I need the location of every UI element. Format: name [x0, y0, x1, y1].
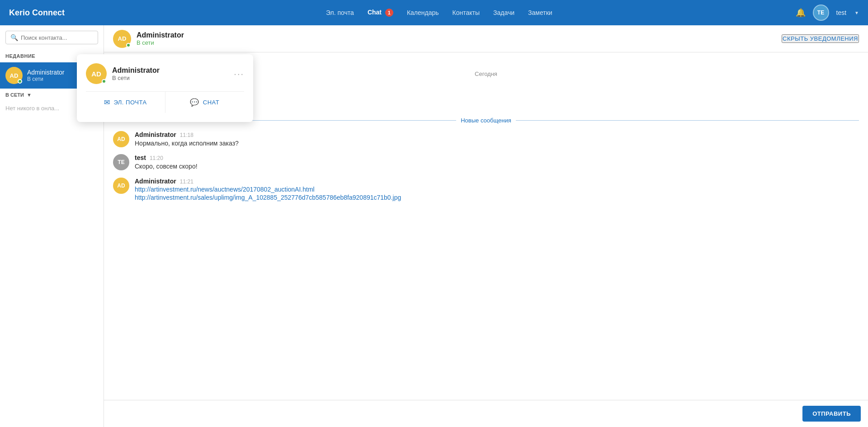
email-icon: ✉	[104, 98, 110, 107]
popup-user-info: AD Administrator В сети	[86, 63, 160, 84]
sender-name: test	[135, 154, 146, 161]
chat-icon: 💬	[190, 98, 199, 107]
message-avatar: AD	[113, 131, 129, 147]
chat-contact-avatar: AD	[113, 30, 131, 48]
nav-calendar[interactable]: Календарь	[407, 9, 439, 16]
search-input-wrapper[interactable]: 🔍	[5, 31, 98, 44]
popup-contact-name: Administrator	[112, 66, 160, 75]
message-time: 11:21	[180, 178, 193, 185]
user-avatar[interactable]: TE	[813, 5, 829, 21]
message-row: AD Administrator 11:18 Нормально, когда …	[113, 131, 859, 148]
message-time: 11:20	[150, 155, 163, 161]
message-content: Administrator 11:21 http://artinvestment…	[135, 178, 401, 202]
contact-status: В сети	[27, 76, 64, 82]
message-avatar: AD	[113, 178, 129, 194]
popup-chat-button[interactable]: 💬 СНАТ	[165, 92, 245, 113]
search-box: 🔍	[0, 25, 104, 50]
user-area: 🔔 TE test ▼	[796, 5, 859, 21]
contact-name: Administrator	[27, 69, 64, 76]
send-button[interactable]: ОТПРАВИТЬ	[802, 406, 861, 422]
nav-email[interactable]: Эл. почта	[326, 9, 354, 16]
chat-online-dot	[126, 43, 131, 47]
contact-popup: AD Administrator В сети ··· ✉ ЭЛ. ПОЧТА …	[77, 54, 253, 122]
chat-contact-name: Administrator	[137, 31, 184, 39]
chat-header: AD Administrator В сети СКРЫТЬ УВЕДОМЛЕН…	[104, 25, 868, 52]
bell-icon[interactable]: 🔔	[796, 8, 806, 18]
search-input[interactable]	[21, 34, 93, 41]
nav-contacts[interactable]: Контакты	[453, 9, 480, 16]
user-name[interactable]: test	[836, 9, 847, 16]
message-link-1[interactable]: http://artinvestment.ru/news/auctnews/20…	[135, 186, 401, 193]
message-content: test 11:20 Скоро, совсем скоро!	[135, 154, 198, 171]
popup-contact-status: В сети	[112, 75, 160, 81]
online-indicator	[18, 79, 22, 84]
nav-chat[interactable]: Chat 1	[368, 9, 393, 17]
sender-name: Administrator	[135, 178, 176, 185]
popup-header: AD Administrator В сети ···	[86, 63, 244, 84]
search-icon: 🔍	[10, 34, 18, 41]
hide-notifications-button[interactable]: СКРЫТЬ УВЕДОМЛЕНИЯ	[782, 34, 859, 43]
divider-line-right	[516, 120, 859, 121]
sender-name: Administrator	[135, 131, 176, 138]
popup-email-button[interactable]: ✉ ЭЛ. ПОЧТА	[86, 92, 165, 113]
nav-links: Эл. почта Chat 1 Календарь Контакты Зада…	[83, 9, 796, 17]
contact-avatar: AD	[5, 67, 23, 84]
popup-online-dot	[102, 79, 106, 84]
main-layout: 🔍 НЕДАВНИЕ AD Administrator В сети В СЕТ…	[0, 25, 868, 427]
popup-more-icon[interactable]: ···	[234, 69, 244, 79]
top-navigation: Kerio Connect Эл. почта Chat 1 Календарь…	[0, 0, 868, 25]
message-text: Скоро, совсем скоро!	[135, 162, 198, 171]
message-link-2[interactable]: http://artinvestment.ru/sales/uplimg/img…	[135, 194, 401, 201]
message-row: AD Administrator 11:21 http://artinvestm…	[113, 178, 859, 202]
chat-badge: 1	[385, 9, 393, 17]
message-text: Нормально, когда исполним заказ?	[135, 139, 239, 148]
nav-notes[interactable]: Заметки	[528, 9, 552, 16]
popup-avatar: AD	[86, 63, 107, 84]
chat-contact-status: В сети	[137, 39, 184, 46]
new-messages-label: Новые сообщения	[461, 117, 511, 124]
message-avatar: TE	[113, 154, 129, 170]
message-time: 11:18	[180, 132, 193, 138]
user-dropdown-arrow[interactable]: ▼	[854, 10, 859, 15]
chat-input[interactable]	[111, 406, 798, 422]
popup-actions: ✉ ЭЛ. ПОЧТА 💬 СНАТ	[86, 91, 244, 113]
message-content: Administrator 11:18 Нормально, когда исп…	[135, 131, 239, 148]
chat-input-area: ОТПРАВИТЬ	[104, 400, 868, 427]
nav-tasks[interactable]: Задачи	[493, 9, 514, 16]
app-logo: Kerio Connect	[9, 8, 65, 18]
message-row: TE test 11:20 Скоро, совсем скоро!	[113, 154, 859, 171]
online-section-arrow: ▼	[27, 92, 32, 98]
